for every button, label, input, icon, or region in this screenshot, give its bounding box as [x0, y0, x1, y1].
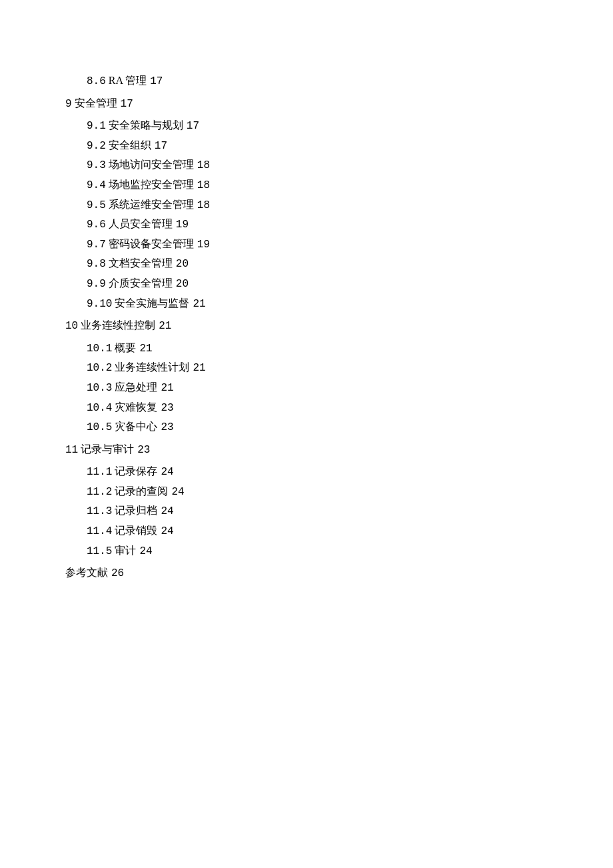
toc-entry-page: 21	[193, 298, 205, 310]
toc-entry-title: 安全管理	[75, 97, 117, 109]
toc-entry-title: 灾难恢复	[115, 401, 157, 413]
toc-entry: 11.3 记录归档 24	[87, 502, 613, 521]
toc-entry-page: 24	[161, 466, 173, 478]
toc-entry-page: 23	[161, 421, 173, 433]
toc-entry: 10 业务连续性控制 21	[65, 317, 613, 335]
toc-entry-number: 10.5	[87, 421, 112, 433]
toc-entry-title: 业务连续性控制	[81, 319, 155, 331]
toc-entry-page: 17	[155, 140, 167, 152]
toc-entry-title: 场地访问安全管理	[109, 159, 194, 170]
toc-entry-title: 灾备中心	[115, 421, 157, 432]
toc-entry-title: 参考文献	[65, 567, 108, 578]
toc-entry-number: 11.2	[87, 486, 112, 498]
toc-entry-number: 8.6	[87, 75, 106, 87]
toc-entry-title: 记录保存	[115, 465, 157, 477]
toc-entry-number: 11.4	[87, 525, 112, 537]
toc-entry: 10.4 灾难恢复 23	[87, 399, 613, 417]
toc-entry: 11.5 审计 24	[87, 542, 613, 561]
toc-entry-number: 9.7	[87, 239, 106, 251]
toc-entry-page: 24	[161, 525, 173, 537]
toc-entry-page: 26	[111, 567, 124, 579]
toc-entry-page: 19	[197, 239, 210, 251]
toc-entry-title: 场地监控安全管理	[109, 179, 194, 190]
toc-entry-page: 24	[171, 486, 184, 498]
toc-entry-title: 系统运维安全管理	[109, 199, 194, 210]
toc-entry-page: 18	[197, 159, 210, 171]
toc-entry-title: 安全组织	[109, 139, 151, 151]
toc-entry-number: 9.4	[87, 179, 106, 191]
toc-entry-number: 9.10	[87, 298, 112, 310]
toc-entry-title: 审计	[115, 545, 136, 556]
toc-entry: 10.1 概要 21	[87, 339, 613, 358]
toc-entry-number: 11	[65, 444, 78, 456]
toc-entry-number: 9	[65, 98, 72, 110]
toc-entry-page: 23	[137, 444, 150, 456]
toc-entry-number: 9.3	[87, 159, 106, 171]
toc-entry-number: 9.5	[87, 199, 106, 211]
toc-entry-number: 11.3	[87, 505, 112, 517]
toc-entry: 参考文献 26	[65, 564, 613, 583]
toc-entry-page: 24	[161, 505, 173, 517]
toc-entry: 9.3 场地访问安全管理 18	[87, 156, 613, 175]
toc-entry-title: 安全策略与规划	[109, 119, 183, 131]
toc-entry-number: 9.8	[87, 258, 106, 270]
toc-entry: 9 安全管理 17	[65, 95, 613, 113]
toc-entry-number: 11.1	[87, 466, 112, 478]
toc-entry-page: 24	[139, 545, 152, 557]
toc-entry: 10.5 灾备中心 23	[87, 418, 613, 437]
toc-entry-number: 10.3	[87, 382, 112, 394]
toc-entry-title: RA 管理	[109, 75, 147, 86]
toc-entry-page: 21	[193, 362, 205, 374]
toc-entry-title: 记录的查阅	[115, 485, 168, 497]
toc-entry: 11.1 记录保存 24	[87, 463, 613, 481]
toc-entry-title: 密码设备安全管理	[109, 238, 194, 249]
toc-entry: 10.3 应急处理 21	[87, 379, 613, 397]
toc-entry-title: 文档安全管理	[109, 257, 173, 269]
toc-entry-number: 11.5	[87, 545, 112, 557]
toc-entry-title: 记录归档	[115, 505, 157, 516]
toc-entry: 9.1 安全策略与规划 17	[87, 117, 613, 135]
toc-entry: 9.8 文档安全管理 20	[87, 255, 613, 273]
toc-entry: 11.4 记录销毁 24	[87, 522, 613, 541]
toc-entry: 9.9 介质安全管理 20	[87, 275, 613, 293]
toc-entry-number: 10.2	[87, 362, 112, 374]
toc-entry-title: 记录销毁	[115, 525, 157, 536]
toc-entry: 9.7 密码设备安全管理 19	[87, 235, 613, 254]
toc-entry-number: 10.1	[87, 343, 112, 355]
toc-entry-title: 业务连续性计划	[115, 361, 189, 373]
toc-entry-page: 17	[187, 120, 199, 132]
toc-entry-page: 21	[159, 320, 171, 332]
toc-entry-page: 23	[161, 402, 173, 414]
toc-entry-number: 9.1	[87, 120, 106, 132]
toc-entry-page: 21	[161, 382, 173, 394]
toc-entry-page: 20	[176, 258, 189, 270]
toc-entry-number: 9.9	[87, 278, 106, 290]
toc-entry-title: 安全实施与监督	[115, 297, 189, 309]
toc-entry-title: 应急处理	[115, 381, 157, 393]
toc-entry-number: 10	[65, 320, 78, 332]
toc-entry: 8.6 RA 管理 17	[87, 72, 613, 91]
toc-entry-title: 概要	[115, 342, 136, 353]
toc-entry: 9.4 场地监控安全管理 18	[87, 176, 613, 195]
toc-entry: 10.2 业务连续性计划 21	[87, 359, 613, 377]
toc-entry: 11.2 记录的查阅 24	[87, 483, 613, 501]
toc-entry-title: 人员安全管理	[109, 218, 173, 229]
toc-entry-number: 9.6	[87, 219, 106, 231]
toc-entry-page: 19	[176, 219, 189, 231]
table-of-contents: 8.6 RA 管理 179 安全管理 179.1 安全策略与规划 179.2 安…	[65, 72, 613, 583]
toc-entry-number: 10.4	[87, 402, 112, 414]
toc-entry-number: 9.2	[87, 140, 106, 152]
toc-entry: 9.10 安全实施与监督 21	[87, 295, 613, 313]
toc-entry-page: 21	[139, 343, 152, 355]
toc-entry-page: 18	[197, 199, 210, 211]
toc-entry-page: 17	[121, 98, 133, 110]
toc-entry-title: 介质安全管理	[109, 277, 173, 289]
toc-entry-page: 20	[176, 278, 189, 290]
toc-entry: 9.5 系统运维安全管理 18	[87, 196, 613, 215]
toc-entry: 9.2 安全组织 17	[87, 137, 613, 155]
toc-entry: 9.6 人员安全管理 19	[87, 215, 613, 234]
toc-entry-page: 18	[197, 179, 210, 191]
toc-entry-title: 记录与审计	[81, 443, 134, 455]
toc-entry: 11 记录与审计 23	[65, 441, 613, 459]
toc-entry-page: 17	[150, 75, 163, 87]
